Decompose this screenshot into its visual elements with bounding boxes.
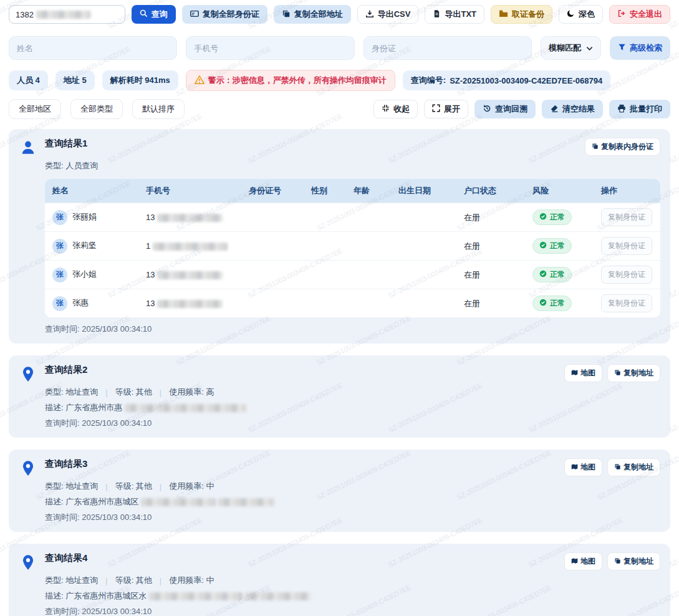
map-icon xyxy=(571,557,578,566)
avatar: 张 xyxy=(52,296,67,311)
history-icon xyxy=(483,104,491,115)
copy-icon xyxy=(592,143,599,152)
check-circle-icon xyxy=(539,213,547,222)
batch-print-button[interactable]: 批量打印 xyxy=(609,100,670,118)
table-row: 张张莉坚 1 在册 正常 复制身份证 xyxy=(45,232,660,261)
logout-icon xyxy=(617,9,626,19)
person-name: 张小姐 xyxy=(72,269,97,279)
warning-icon xyxy=(195,75,205,86)
card-title: 查询结果1 xyxy=(45,138,87,150)
expand-icon xyxy=(432,104,440,114)
redacted-search-text xyxy=(36,11,91,19)
map-button[interactable]: 地图 xyxy=(564,458,602,476)
moon-icon xyxy=(567,9,575,19)
top-toolbar: 1382 查询 复制全部身份证 复制全部地址 导出CSV 导出TXT 取证备份 xyxy=(9,5,670,24)
copy-all-addresses-button[interactable]: 复制全部地址 xyxy=(274,5,351,24)
copy-id-button[interactable]: 复制身份证 xyxy=(601,208,652,226)
copy-id-button[interactable]: 复制身份证 xyxy=(601,237,652,255)
region-filter-select[interactable]: 全部地区 xyxy=(9,99,61,119)
query-time: 查询时间: 2025/10/3 00:34:10 xyxy=(45,606,660,616)
expand-all-button[interactable]: 展开 xyxy=(424,100,468,118)
controls-row: 全部地区 全部类型 默认排序 收起 展开 查询回溯 清空结果 批量打印 xyxy=(9,99,670,119)
map-button[interactable]: 地图 xyxy=(564,364,602,382)
summary-row: 人员 4 地址 5 解析耗时 941ms 警示：涉密信息，严禁外传，所有操作均留… xyxy=(9,70,670,91)
query-time: 查询时间: 2025/10/3 00:34:10 xyxy=(45,512,660,523)
folder-icon xyxy=(499,9,508,19)
avatar: 张 xyxy=(52,239,67,254)
evidence-backup-button[interactable]: 取证备份 xyxy=(491,5,552,24)
person-table: 姓名 手机号 身份证号 性别 年龄 出生日期 户口状态 风险 操作 xyxy=(45,179,660,317)
name-input[interactable] xyxy=(9,36,177,60)
redacted-address xyxy=(149,592,243,600)
card-type-label: 类型: 人员查询 xyxy=(45,160,660,171)
id-card-icon xyxy=(190,9,199,20)
dark-mode-button[interactable]: 深色 xyxy=(559,5,603,24)
search-icon xyxy=(140,9,148,19)
clear-results-button[interactable]: 清空结果 xyxy=(542,100,603,118)
printer-icon xyxy=(617,104,626,115)
collapse-all-button[interactable]: 收起 xyxy=(373,100,418,118)
avatar: 张 xyxy=(52,267,67,282)
copy-address-button[interactable]: 复制地址 xyxy=(607,552,660,570)
safe-exit-button[interactable]: 安全退出 xyxy=(609,5,670,24)
card-description: 描述: 广东省惠州市惠城区水 xyxy=(45,590,660,602)
query-trace-button[interactable]: 查询回溯 xyxy=(474,100,536,118)
export-csv-button[interactable]: 导出CSV xyxy=(357,5,419,24)
copy-icon xyxy=(614,463,621,472)
copy-table-ids-button[interactable]: 复制表内身份证 xyxy=(585,138,660,156)
copy-id-button[interactable]: 复制身份证 xyxy=(601,266,652,284)
map-pin-icon xyxy=(19,364,37,429)
copy-all-ids-button[interactable]: 复制全部身份证 xyxy=(182,5,267,24)
check-circle-icon xyxy=(539,299,547,308)
risk-badge: 正常 xyxy=(532,267,572,282)
copy-icon xyxy=(282,9,291,20)
map-button[interactable]: 地图 xyxy=(564,552,602,570)
person-icon xyxy=(19,138,37,335)
filter-icon xyxy=(618,43,626,53)
card-title: 查询结果2 xyxy=(45,364,87,376)
card-title: 查询结果4 xyxy=(45,552,87,564)
query-number-badge: 查询编号: SZ-20251003-003409-C42ED7EE-068794 xyxy=(403,70,610,90)
redacted-phone xyxy=(157,214,223,222)
query-time: 查询时间: 2025/10/3 00:34:10 xyxy=(45,324,660,335)
card-meta: 类型: 地址查询| 等级: 其他| 使用频率: 中 xyxy=(45,575,660,586)
table-header-row: 姓名 手机号 身份证号 性别 年龄 出生日期 户口状态 风险 操作 xyxy=(45,179,660,203)
result-card-address: 查询结果4 地图 复制地址 类型: 地址查询| 等级: 其他| 使用频率: 中 … xyxy=(9,544,670,616)
search-input[interactable]: 1382 xyxy=(9,5,125,24)
risk-badge: 正常 xyxy=(532,296,572,311)
match-mode-select[interactable]: 模糊匹配 xyxy=(541,36,601,60)
file-icon xyxy=(433,9,441,20)
map-pin-icon xyxy=(19,458,37,523)
household-status: 在册 xyxy=(456,289,525,318)
parse-time-badge: 解析耗时 941ms xyxy=(102,70,178,90)
redacted-address xyxy=(141,498,216,506)
map-icon xyxy=(571,463,578,472)
sort-select[interactable]: 默认排序 xyxy=(132,99,185,119)
copy-address-button[interactable]: 复制地址 xyxy=(607,364,660,382)
search-value: 1382 xyxy=(16,10,34,19)
map-pin-icon xyxy=(19,552,37,616)
type-filter-select[interactable]: 全部类型 xyxy=(70,99,123,119)
card-description: 描述: 广东省惠州市惠城区 xyxy=(45,496,660,508)
idcard-input[interactable] xyxy=(364,36,532,60)
security-warning: 警示：涉密信息，严禁外传，所有操作均留痕审计 xyxy=(186,70,395,91)
card-title: 查询结果3 xyxy=(45,458,87,470)
redacted-phone xyxy=(157,271,223,279)
person-name: 张莉坚 xyxy=(72,241,97,250)
query-button[interactable]: 查询 xyxy=(132,5,176,24)
phone-input[interactable] xyxy=(186,36,354,60)
result-card-address: 查询结果2 地图 复制地址 类型: 地址查询| 等级: 其他| 使用频率: 高 … xyxy=(9,355,670,438)
filter-row: 模糊匹配 高级检索 xyxy=(9,36,670,60)
copy-id-button[interactable]: 复制身份证 xyxy=(601,294,652,312)
redacted-address xyxy=(218,498,274,506)
export-txt-button[interactable]: 导出TXT xyxy=(425,5,484,24)
household-status: 在册 xyxy=(456,203,525,232)
advanced-search-button[interactable]: 高级检索 xyxy=(610,36,670,60)
avatar: 张 xyxy=(52,210,67,225)
person-name: 张惠 xyxy=(72,298,89,307)
copy-address-button[interactable]: 复制地址 xyxy=(607,458,660,476)
person-count-badge: 人员 4 xyxy=(9,70,48,90)
query-app: 1382 查询 复制全部身份证 复制全部地址 导出CSV 导出TXT 取证备份 xyxy=(0,0,679,616)
household-status: 在册 xyxy=(456,232,525,261)
collapse-icon xyxy=(382,104,390,114)
